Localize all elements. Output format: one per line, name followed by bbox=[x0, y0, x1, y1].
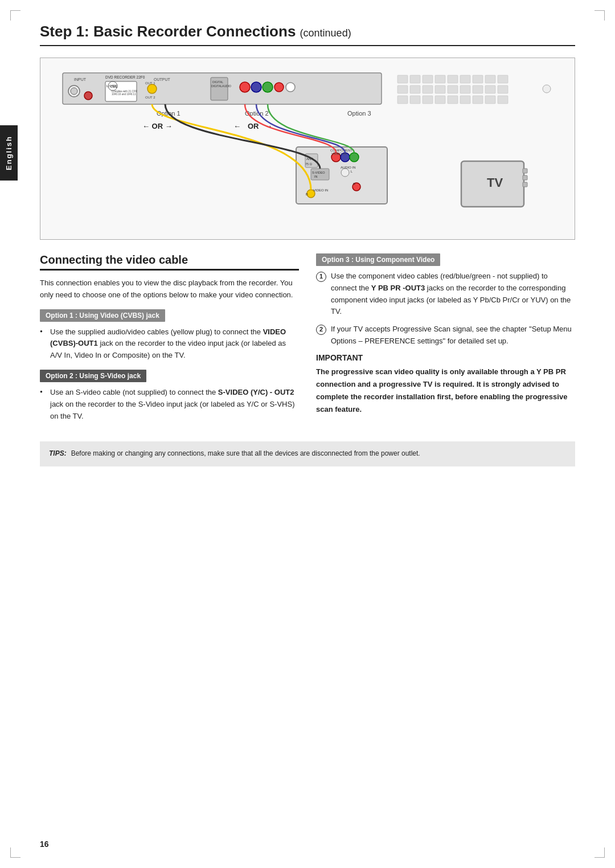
svg-text:INPUT: INPUT bbox=[74, 77, 87, 81]
number-1: 1 bbox=[316, 272, 326, 282]
svg-rect-28 bbox=[435, 75, 445, 83]
intro-text: This connection enables you to view the … bbox=[40, 277, 299, 301]
svg-point-66 bbox=[350, 153, 359, 162]
diagram-area: INPUT DVD RECORDER 22F0 OUTPUT LISTED cU… bbox=[40, 58, 575, 240]
svg-rect-26 bbox=[410, 75, 420, 83]
svg-rect-82 bbox=[523, 169, 527, 173]
left-column: Connecting the video cable This connecti… bbox=[40, 253, 299, 430]
tips-section: TIPS: Before making or changing any conn… bbox=[40, 441, 575, 466]
svg-point-20 bbox=[286, 83, 295, 92]
option3-item2: 2 If your TV accepts Progressive Scan si… bbox=[316, 324, 575, 347]
svg-text:OR: OR bbox=[248, 122, 259, 130]
svg-rect-47 bbox=[448, 96, 458, 104]
svg-rect-69 bbox=[311, 169, 329, 180]
svg-rect-45 bbox=[423, 96, 433, 104]
option3-item1: 1 Use the component video cables (red/bl… bbox=[316, 271, 575, 318]
connection-diagram: INPUT DVD RECORDER 22F0 OUTPUT LISTED cU… bbox=[51, 67, 564, 227]
svg-text:R: R bbox=[353, 182, 355, 186]
svg-rect-40 bbox=[473, 85, 483, 93]
svg-rect-49 bbox=[473, 96, 483, 104]
svg-text:OUTPUT: OUTPUT bbox=[154, 77, 171, 81]
svg-point-52 bbox=[543, 85, 551, 93]
svg-text:1040.10 and 1040.11: 1040.10 and 1040.11 bbox=[112, 93, 136, 96]
svg-text:VIDEO IN: VIDEO IN bbox=[313, 189, 328, 192]
svg-rect-48 bbox=[460, 96, 470, 104]
corner-mark-br bbox=[594, 847, 605, 858]
option1-content: Use the supplied audio/video cables (yel… bbox=[40, 326, 299, 362]
svg-rect-27 bbox=[423, 75, 433, 83]
svg-rect-44 bbox=[410, 96, 420, 104]
tips-label: TIPS: bbox=[49, 448, 67, 459]
svg-point-18 bbox=[263, 82, 273, 92]
svg-point-19 bbox=[274, 83, 284, 92]
svg-point-16 bbox=[240, 82, 250, 92]
svg-text:DIGITAL: DIGITAL bbox=[212, 80, 223, 84]
number-2: 2 bbox=[316, 325, 326, 335]
corner-mark-bl bbox=[10, 847, 20, 858]
important-text: The progressive scan video quality is on… bbox=[316, 366, 575, 416]
svg-rect-37 bbox=[435, 85, 445, 93]
content-columns: Connecting the video cable This connecti… bbox=[40, 253, 575, 430]
option2-content: Use an S-video cable (not supplied) to c… bbox=[40, 387, 299, 422]
option3-box-label: Option 3 : Using Component Video bbox=[316, 253, 440, 266]
svg-rect-36 bbox=[423, 85, 433, 93]
important-title: IMPORTANT bbox=[316, 353, 575, 362]
svg-text:← OR →: ← OR → bbox=[142, 122, 173, 130]
svg-point-17 bbox=[251, 82, 261, 92]
page-title: Step 1: Basic Recorder Connections (cont… bbox=[40, 23, 575, 46]
svg-text:VIDEO IN: VIDEO IN bbox=[331, 152, 346, 155]
svg-text:IN: IN bbox=[314, 175, 318, 178]
right-column: Option 3 : Using Component Video 1 Use t… bbox=[316, 253, 575, 430]
svg-text:DIGITALAUDIO: DIGITALAUDIO bbox=[211, 84, 231, 88]
page-number: 16 bbox=[40, 840, 49, 849]
svg-rect-41 bbox=[485, 85, 495, 93]
svg-rect-50 bbox=[485, 96, 495, 104]
svg-rect-43 bbox=[397, 96, 408, 104]
svg-rect-33 bbox=[498, 75, 508, 83]
svg-rect-30 bbox=[460, 75, 470, 83]
svg-text:OUT 2: OUT 2 bbox=[145, 96, 155, 99]
svg-text:DVD RECORDER 22F0: DVD RECORDER 22F0 bbox=[105, 75, 145, 79]
svg-text:←: ← bbox=[233, 122, 241, 130]
svg-rect-32 bbox=[485, 75, 495, 83]
svg-text:AUDIO IN: AUDIO IN bbox=[341, 166, 356, 169]
svg-text:TV: TV bbox=[487, 175, 503, 190]
svg-rect-34 bbox=[397, 85, 408, 93]
svg-rect-83 bbox=[523, 175, 527, 180]
svg-rect-84 bbox=[523, 182, 527, 187]
option2-box-label: Option 2 : Using S-Video jack bbox=[40, 370, 146, 382]
svg-text:Option 3: Option 3 bbox=[347, 110, 371, 117]
svg-rect-38 bbox=[448, 85, 458, 93]
svg-text:cUL: cUL bbox=[110, 84, 118, 88]
svg-text:B: B bbox=[306, 193, 308, 196]
svg-rect-42 bbox=[498, 85, 508, 93]
svg-point-12 bbox=[84, 92, 92, 100]
corner-mark-tl bbox=[10, 10, 20, 21]
svg-point-72 bbox=[341, 169, 349, 177]
svg-rect-25 bbox=[397, 75, 408, 83]
svg-rect-46 bbox=[435, 96, 445, 104]
svg-point-11 bbox=[71, 88, 77, 95]
svg-rect-51 bbox=[498, 96, 508, 104]
option1-box-label: Option 1 : Using Video (CVBS) jack bbox=[40, 309, 165, 322]
svg-rect-29 bbox=[448, 75, 458, 83]
svg-rect-31 bbox=[473, 75, 483, 83]
section-title: Connecting the video cable bbox=[40, 253, 299, 271]
title-suffix: (continued) bbox=[300, 27, 351, 39]
language-tab: English bbox=[0, 125, 18, 181]
svg-point-14 bbox=[147, 84, 157, 93]
svg-rect-35 bbox=[410, 85, 420, 93]
svg-text:L: L bbox=[351, 170, 352, 173]
svg-text:S-VIDEO: S-VIDEO bbox=[312, 171, 325, 174]
tips-text: Before making or changing any connection… bbox=[71, 448, 566, 459]
important-section: IMPORTANT The progressive scan video qua… bbox=[316, 353, 575, 416]
svg-text:75 Ω: 75 Ω bbox=[305, 162, 312, 166]
corner-mark-tr bbox=[594, 10, 605, 21]
svg-rect-39 bbox=[460, 85, 470, 93]
